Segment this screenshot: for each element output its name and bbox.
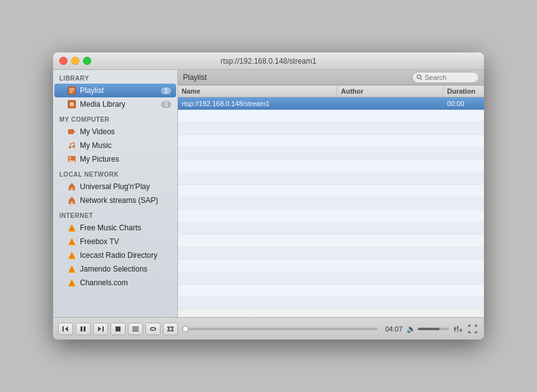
sidebar-item-upnp[interactable]: Universal Plug'n'Play (54, 180, 176, 194)
sidebar-item-sap-label: Network streams (SAP) (80, 196, 158, 205)
svg-point-9 (69, 146, 71, 149)
column-name-header[interactable]: Name (178, 86, 337, 97)
shuffle-icon (167, 326, 174, 332)
table-row[interactable] (178, 135, 484, 147)
playlist-tab-label: Playlist (183, 73, 207, 82)
sidebar-item-icecast-label: Icecast Radio Directory (80, 251, 157, 260)
fullscreen-icon (468, 325, 477, 333)
progress-track[interactable] (185, 328, 378, 330)
minimize-button[interactable] (71, 57, 79, 65)
sidebar-item-jamendo[interactable]: Jamendo Selections (54, 262, 176, 276)
sidebar-item-channels[interactable]: Channels.com (54, 276, 176, 290)
sidebar-item-my-music[interactable]: My Music (54, 139, 176, 152)
fullscreen-button[interactable] (466, 323, 479, 335)
prev-icon (62, 326, 69, 332)
table-row[interactable]: rtsp://192.168.0.148/stream1 00:00 (178, 97, 484, 110)
table-row[interactable] (178, 210, 484, 222)
cell-duration: 00:00 (443, 100, 484, 107)
window-title: rtsp://192.168.0.148/stream1 (220, 57, 316, 66)
stop-icon (115, 326, 121, 332)
pause-button[interactable] (76, 323, 91, 335)
prev-button[interactable] (58, 323, 73, 335)
my-pictures-icon (67, 154, 77, 164)
sidebar-item-my-pictures-label: My Pictures (80, 155, 119, 164)
playlist-header-bar: Playlist (178, 70, 484, 86)
svg-rect-27 (70, 258, 74, 259)
progress-bar-container (185, 328, 378, 330)
sidebar-item-my-videos[interactable]: My Videos (54, 125, 176, 139)
table-row[interactable] (178, 297, 484, 310)
sidebar-item-jamendo-label: Jamendo Selections (80, 265, 147, 273)
playlist-badge: 1 (161, 87, 171, 94)
table-row[interactable] (178, 235, 484, 247)
equalizer-button[interactable] (451, 323, 464, 335)
playlist-icon (67, 86, 77, 96)
loop-icon (150, 326, 156, 332)
computer-section-header: MY COMPUTER (53, 111, 177, 125)
svg-rect-21 (70, 230, 74, 232)
svg-rect-16 (71, 188, 73, 190)
maximize-button[interactable] (83, 57, 91, 65)
sidebar-item-playlist[interactable]: Playlist 1 (54, 84, 176, 97)
sidebar-item-icecast[interactable]: Icecast Radio Directory (54, 248, 176, 262)
column-duration-header[interactable]: Duration (443, 86, 484, 97)
sidebar-item-my-videos-label: My Videos (80, 127, 115, 136)
sidebar-item-free-music-label: Free Music Charts (80, 223, 141, 232)
table-row[interactable] (178, 110, 484, 122)
sidebar-item-free-music[interactable]: Free Music Charts (54, 221, 176, 235)
table-row[interactable] (178, 260, 484, 272)
table-row[interactable] (178, 172, 484, 185)
table-row[interactable] (178, 160, 484, 172)
window-controls (59, 57, 91, 65)
sidebar-item-sap[interactable]: Network streams (SAP) (54, 194, 176, 207)
svg-marker-8 (74, 130, 76, 133)
svg-line-36 (421, 79, 423, 81)
table-row[interactable] (178, 185, 484, 197)
svg-rect-40 (84, 326, 86, 331)
playlist-table: rtsp://192.168.0.148/stream1 00:00 (178, 97, 484, 317)
table-row[interactable] (178, 147, 484, 160)
svg-rect-39 (81, 326, 82, 331)
playlist-toggle-button[interactable] (128, 323, 143, 335)
sidebar-item-channels-label: Channels.com (80, 278, 128, 287)
volume-track[interactable] (418, 328, 449, 330)
table-row[interactable] (178, 247, 484, 260)
next-button[interactable] (93, 323, 108, 335)
svg-point-35 (417, 75, 421, 79)
svg-rect-24 (70, 244, 74, 245)
close-button[interactable] (59, 57, 67, 65)
shuffle-button[interactable] (163, 323, 178, 335)
column-author-header[interactable]: Author (337, 86, 443, 97)
svg-rect-19 (71, 202, 73, 204)
loop-button[interactable] (145, 323, 160, 335)
table-row[interactable] (178, 285, 484, 297)
sidebar-item-my-music-label: My Music (80, 141, 112, 150)
sidebar-item-playlist-label: Playlist (80, 86, 104, 95)
progress-thumb[interactable] (182, 326, 189, 332)
table-row[interactable] (178, 272, 484, 285)
time-display: 04:07 (385, 325, 404, 333)
sidebar-item-media-library-label: Media Library (80, 100, 126, 109)
svg-rect-38 (62, 326, 64, 331)
table-row[interactable] (178, 197, 484, 210)
sidebar-item-my-pictures[interactable]: My Pictures (54, 152, 176, 166)
media-library-badge: 0 (161, 101, 171, 108)
search-icon (416, 74, 423, 81)
next-icon (97, 326, 104, 332)
volume-icon: 🔉 (406, 325, 416, 333)
search-input[interactable] (425, 74, 475, 81)
table-row[interactable] (178, 122, 484, 135)
sidebar-item-freebox[interactable]: Freebox TV (54, 235, 176, 248)
sidebar-item-media-library[interactable]: Media Library 0 (54, 97, 176, 111)
svg-marker-18 (69, 197, 75, 200)
stop-button[interactable] (111, 323, 126, 335)
column-headers: Name Author Duration (178, 86, 484, 97)
svg-point-6 (71, 104, 72, 105)
content-area: LIBRARY Playlist 1 (53, 70, 484, 317)
search-box[interactable] (412, 72, 479, 83)
sidebar-item-upnp-label: Universal Plug'n'Play (80, 182, 150, 191)
cell-name: rtsp://192.168.0.148/stream1 (178, 100, 337, 107)
table-row[interactable] (178, 222, 484, 235)
channels-cone-icon (67, 278, 77, 288)
sap-icon (67, 195, 77, 205)
